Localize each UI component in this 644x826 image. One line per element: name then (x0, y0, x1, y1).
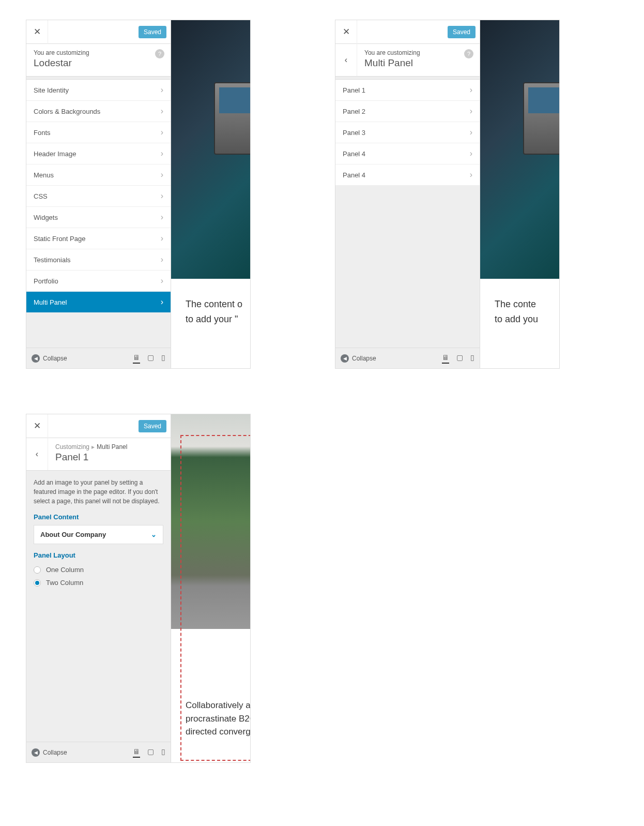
chevron-right-icon: › (161, 149, 163, 158)
menu-item-label: Portfolio (34, 277, 58, 285)
chevron-down-icon: ⌄ (151, 531, 157, 538)
menu-item[interactable]: Site Identity› (26, 80, 171, 101)
breadcrumb: Customizing▸Multi Panel (55, 443, 163, 450)
chevron-right-icon: › (470, 107, 472, 116)
collapse-icon: ◀ (341, 354, 349, 363)
help-icon[interactable]: ? (155, 49, 164, 58)
preview-text: The conte to add you (495, 292, 559, 327)
radio-one-column[interactable]: One Column (26, 563, 171, 576)
menu-item[interactable]: Panel 2› (335, 101, 480, 122)
menu-item[interactable]: Panel 3› (335, 122, 480, 143)
collapse-label: Collapse (352, 355, 376, 362)
tablet-icon[interactable]: ▢ (147, 747, 154, 758)
preview-content-bg (171, 629, 250, 762)
radio-label: Two Column (46, 579, 83, 587)
sidebar-empty (26, 313, 171, 348)
chevron-right-icon: › (161, 170, 163, 179)
desktop-icon[interactable]: 🖥 (133, 353, 140, 364)
chevron-right-icon: › (161, 276, 163, 286)
chevron-right-icon: › (161, 191, 163, 201)
back-button[interactable]: ‹ (26, 438, 48, 470)
mobile-icon[interactable]: ▯ (161, 353, 165, 364)
chevron-right-icon: › (161, 255, 163, 264)
collapse-button[interactable]: ◀ Collapse (32, 748, 67, 757)
menu-item[interactable]: Testimonials› (26, 249, 171, 271)
menu-item[interactable]: Static Front Page› (26, 228, 171, 249)
saved-button[interactable]: Saved (448, 26, 476, 38)
preview-text: The content o to add your " (186, 292, 250, 327)
site-preview: Collaboratively adm procrastinate B2C di… (171, 414, 250, 762)
tablet-icon[interactable]: ▢ (147, 353, 154, 364)
collapse-button[interactable]: ◀ Collapse (32, 354, 67, 363)
chevron-right-icon: › (161, 213, 163, 222)
panel-content-label: Panel Content (26, 513, 171, 525)
chevron-right-icon: › (161, 297, 163, 307)
help-icon[interactable]: ? (464, 49, 473, 58)
radio-label: One Column (46, 566, 84, 574)
select-value: About Our Company (40, 531, 106, 538)
sidebar-header: You are customizing Lodestar ? (26, 44, 171, 77)
menu-item-label: Panel 4 (343, 171, 365, 179)
mobile-icon[interactable]: ▯ (161, 747, 165, 758)
header-title: Lodestar (34, 57, 163, 69)
collapse-icon: ◀ (32, 354, 40, 363)
menu-item[interactable]: Panel 4› (335, 143, 480, 164)
chevron-right-icon: › (161, 234, 163, 243)
close-button[interactable]: ✕ (335, 20, 357, 44)
collapse-icon: ◀ (32, 748, 40, 757)
device-preview-icons: 🖥 ▢ ▯ (133, 747, 165, 758)
menu-item-label: Menus (34, 171, 54, 179)
menu-item[interactable]: Header Image› (26, 143, 171, 164)
sidebar-topbar: ✕ Saved (335, 20, 480, 44)
header-subtitle: You are customizing (364, 49, 472, 56)
panel-content-select[interactable]: About Our Company ⌄ (34, 525, 163, 544)
mobile-icon[interactable]: ▯ (470, 353, 474, 364)
sidebar-footer: ◀ Collapse 🖥 ▢ ▯ (335, 348, 480, 368)
preview-monitor-graphic (214, 82, 250, 155)
device-preview-icons: 🖥 ▢ ▯ (442, 353, 474, 364)
preview-panel-image (171, 414, 250, 629)
menu-item[interactable]: Panel 1› (335, 80, 480, 101)
menu-item[interactable]: Colors & Backgrounds› (26, 101, 171, 122)
collapse-label: Collapse (43, 355, 67, 362)
radio-icon (34, 579, 41, 587)
chevron-right-icon: › (470, 128, 472, 137)
header-subtitle: You are customizing (34, 49, 163, 56)
collapse-button[interactable]: ◀ Collapse (341, 354, 376, 363)
sidebar-footer: ◀ Collapse 🖥 ▢ ▯ (26, 742, 171, 762)
saved-button[interactable]: Saved (139, 420, 166, 432)
back-button[interactable]: ‹ (335, 44, 357, 76)
desktop-icon[interactable]: 🖥 (133, 747, 140, 758)
tablet-icon[interactable]: ▢ (456, 353, 463, 364)
chevron-right-icon: › (161, 85, 163, 95)
close-button[interactable]: ✕ (26, 414, 48, 438)
site-preview: The content o to add your " (171, 20, 250, 368)
menu-item[interactable]: Fonts› (26, 122, 171, 143)
chevron-right-icon: › (470, 85, 472, 95)
preview-text: Collaboratively adm procrastinate B2C di… (186, 699, 250, 739)
menu-item[interactable]: Menus› (26, 164, 171, 186)
device-preview-icons: 🖥 ▢ ▯ (133, 353, 165, 364)
chevron-right-icon: › (161, 128, 163, 137)
close-button[interactable]: ✕ (26, 20, 48, 44)
customizer-menu: Site Identity›Colors & Backgrounds›Fonts… (26, 80, 171, 313)
chevron-right-icon: › (161, 107, 163, 116)
chevron-right-icon: › (470, 149, 472, 158)
customizer-menu: Panel 1›Panel 2›Panel 3›Panel 4›Panel 4› (335, 80, 480, 186)
header-title: Multi Panel (364, 57, 472, 69)
collapse-label: Collapse (43, 749, 67, 756)
site-preview: The conte to add you (480, 20, 559, 368)
chevron-right-icon: › (470, 170, 472, 179)
customizer-screenshot-1: ✕ Saved You are customizing Lodestar ? S… (26, 20, 251, 369)
customizer-sidebar: ✕ Saved ‹ You are customizing Multi Pane… (335, 20, 480, 368)
menu-item[interactable]: Multi Panel› (26, 292, 171, 313)
desktop-icon[interactable]: 🖥 (442, 353, 449, 364)
menu-item[interactable]: Panel 4› (335, 164, 480, 186)
menu-item-label: Panel 4 (343, 150, 365, 158)
radio-two-column[interactable]: Two Column (26, 576, 171, 589)
menu-item[interactable]: Portfolio› (26, 271, 171, 292)
menu-item[interactable]: CSS› (26, 186, 171, 207)
menu-item[interactable]: Widgets› (26, 207, 171, 228)
saved-button[interactable]: Saved (139, 26, 166, 38)
menu-item-label: CSS (34, 192, 48, 200)
